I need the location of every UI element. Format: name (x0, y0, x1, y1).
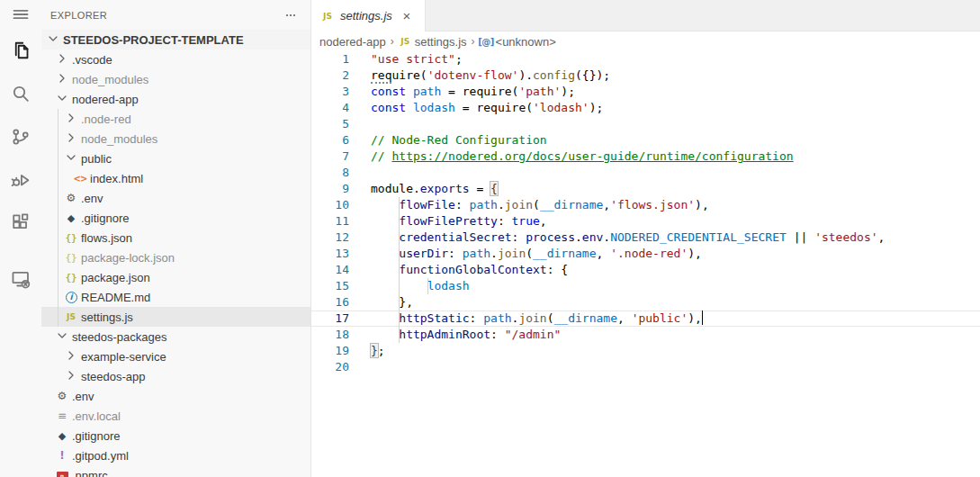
tree-folder-node-modules[interactable]: node_modules (41, 69, 310, 89)
chevron-right-icon[interactable] (64, 130, 78, 148)
code-line-3[interactable]: 3const path = require('path'); (311, 84, 980, 100)
code-line-12[interactable]: 12 credentialSecret: process.env.NODERED… (311, 230, 980, 246)
code-line-10[interactable]: 10 flowFile: path.join(__dirname,'flows.… (311, 197, 980, 213)
tree-file--env-local[interactable]: ≡.env.local (41, 406, 310, 426)
code-line-18[interactable]: 18 httpAdminRoot: "/admin" (311, 327, 980, 343)
tree-item-icon-slot: ! (54, 448, 70, 463)
code-line-9[interactable]: 9module.exports = { (311, 181, 980, 197)
tree-file-index-html[interactable]: <>index.html (41, 168, 310, 188)
html-file-icon: <> (73, 171, 87, 185)
tree-item-label: public (81, 152, 112, 166)
tree-item-label: steedos-app (81, 370, 146, 383)
more-actions-icon[interactable] (283, 8, 298, 22)
tree-folder-steedos-packages[interactable]: steedos-packages (41, 327, 310, 346)
chevron-down-icon[interactable] (55, 91, 69, 108)
chevron-right-icon[interactable] (55, 71, 69, 88)
tree-folder-example-service[interactable]: example-service (41, 346, 310, 366)
tree-item-icon-slot: ⚙ (54, 389, 70, 403)
activity-source-control-icon[interactable] (0, 115, 41, 158)
tree-folder-nodered-app[interactable]: nodered-app (41, 89, 310, 109)
code-line-8[interactable]: 8 (311, 165, 980, 181)
chevron-right-icon[interactable] (64, 368, 78, 385)
code-editor[interactable]: 1"use strict";2require('dotenv-flow').co… (311, 51, 980, 477)
code-line-5[interactable]: 5 (311, 116, 980, 132)
activity-explorer-icon[interactable] (0, 29, 41, 72)
tree-file--gitignore[interactable]: ◆.gitignore (41, 426, 310, 446)
code-line-17[interactable]: 17 httpStatic: path.join(__dirname, 'pub… (311, 310, 980, 327)
tree-file-package-json[interactable]: {}package.json (41, 267, 310, 287)
code-line-7[interactable]: 7// https://nodered.org/docs/user-guide/… (311, 148, 980, 165)
tree-folder--vscode[interactable]: .vscode (41, 50, 310, 69)
symbol-unknown-icon: [@] (480, 34, 493, 49)
chevron-down-icon[interactable] (64, 150, 78, 167)
breadcrumb-item-folder[interactable]: nodered-app (319, 35, 386, 49)
tree-file-settings-js[interactable]: JSsettings.js (41, 307, 310, 327)
tree-file--gitignore[interactable]: ◆.gitignore (41, 208, 310, 228)
tree-folder--node-red[interactable]: .node-red (41, 109, 310, 129)
breadcrumb-item-symbol[interactable]: [@]<unknown> (480, 34, 556, 49)
chevron-right-icon[interactable] (55, 51, 69, 68)
tree-file--env[interactable]: ⚙.env (41, 386, 310, 406)
tree-item-label: nodered-app (72, 93, 139, 106)
tree-root-folder[interactable]: STEEDOS-PROJECT-TEMPLATE (41, 30, 310, 50)
code-line-13[interactable]: 13 userDir: path.join(__dirname, '.node-… (311, 246, 980, 262)
tree-file--env[interactable]: ⚙.env (41, 188, 310, 208)
git-file-icon: ◆ (64, 211, 78, 225)
code-line-19[interactable]: 19}; (311, 343, 980, 359)
activity-run-and-debug-icon[interactable] (0, 158, 41, 202)
code-line-2[interactable]: 2require('dotenv-flow').config({}); (311, 68, 980, 84)
tree-file--npmrc[interactable]: n.npmrc (41, 465, 310, 477)
code-line-6[interactable]: 6// Node-Red Configuration (311, 132, 980, 148)
code-line-text: const path = require('path'); (349, 84, 575, 100)
tree-folder-public[interactable]: public (41, 148, 310, 168)
breadcrumb-label: <unknown> (496, 35, 556, 49)
tree-folder-node-modules[interactable]: node_modules (41, 129, 310, 148)
breadcrumb-item-file[interactable]: JSsettings.js (399, 34, 467, 49)
activity-bar (0, 0, 41, 477)
tree-item-icon-slot (63, 368, 79, 385)
tab-settings-js[interactable]: JS settings.js × (311, 0, 426, 32)
code-line-1[interactable]: 1"use strict"; (311, 51, 980, 68)
code-line-15[interactable]: 15 lodash (311, 278, 980, 294)
tree-file--gitpod-yml[interactable]: !.gitpod.yml (41, 446, 310, 465)
explorer-header: EXPLORER (41, 0, 310, 30)
chevron-right-icon[interactable] (64, 348, 78, 365)
code-line-14[interactable]: 14 functionGlobalContext: { (311, 262, 980, 278)
editor-indent-guide (427, 278, 428, 294)
tree-item-icon-slot: JS (63, 310, 79, 324)
activity-extensions-icon[interactable] (0, 202, 41, 245)
gitpod-bang-file-icon: ! (55, 448, 69, 463)
json-file-icon: {} (64, 230, 78, 245)
code-line-4[interactable]: 4const lodash = require('lodash'); (311, 100, 980, 116)
tree-file-flows-json[interactable]: {}flows.json (41, 228, 310, 248)
code-line-11[interactable]: 11 flowFilePretty: true, (311, 213, 980, 230)
tree-item-label: .gitpod.yml (72, 449, 129, 463)
code-line-16[interactable]: 16 }, (311, 294, 980, 310)
activity-menu-icon[interactable] (0, 0, 41, 29)
close-icon[interactable]: × (398, 7, 416, 25)
code-line-text: require('dotenv-flow').config({}); (349, 68, 610, 84)
readme-info-icon: i (66, 292, 77, 303)
activity-remote-explorer-icon[interactable] (0, 257, 41, 301)
breadcrumb-label: nodered-app (319, 35, 386, 49)
file-tree: STEEDOS-PROJECT-TEMPLATE.vscodenode_modu… (41, 30, 310, 477)
tree-file-readme-md[interactable]: iREADME.md (41, 287, 310, 307)
tree-folder-steedos-app[interactable]: steedos-app (41, 366, 310, 386)
chevron-down-icon[interactable] (46, 32, 60, 49)
chevron-down-icon[interactable] (55, 328, 69, 346)
tree-file-package-lock-json[interactable]: {}package-lock.json (41, 248, 310, 267)
code-line-text: credentialSecret: process.env.NODERED_CR… (349, 230, 885, 246)
line-number: 14 (311, 262, 349, 278)
activity-search-icon[interactable] (0, 72, 41, 115)
line-number: 9 (311, 181, 349, 197)
code-line-20[interactable]: 20 (311, 359, 980, 375)
code-line-text: httpAdminRoot: "/admin" (349, 327, 561, 343)
gear-settings-file-icon: ⚙ (55, 389, 69, 403)
tree-item-icon-slot (54, 51, 70, 68)
text-lines-file-icon: ≡ (55, 409, 69, 423)
chevron-right-icon[interactable] (64, 111, 78, 128)
tree-item-label: .node-red (81, 112, 131, 126)
tree-item-icon-slot: ◆ (63, 211, 79, 225)
tree-item-icon-slot: ≡ (54, 409, 70, 423)
tree-item-icon-slot: n (54, 472, 70, 477)
